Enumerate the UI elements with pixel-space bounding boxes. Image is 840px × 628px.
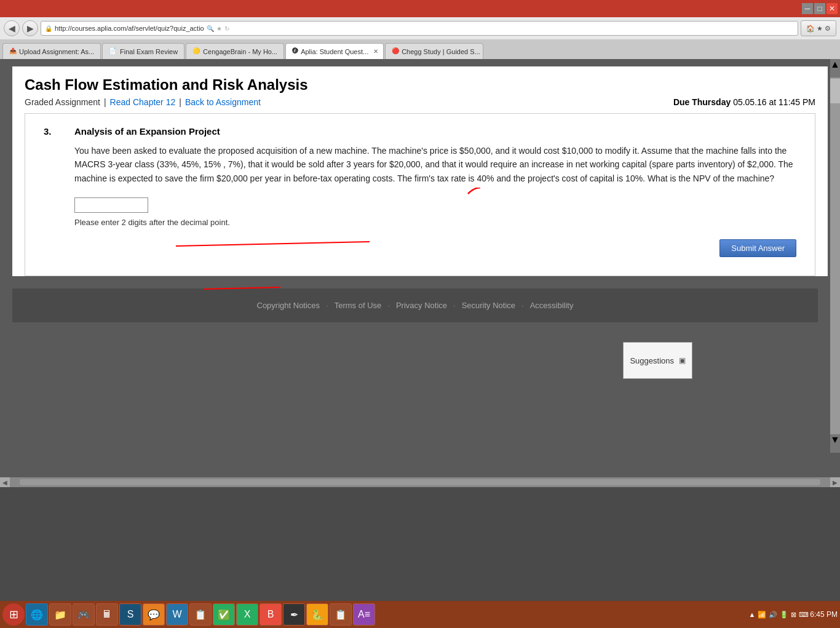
taskbar-time[interactable]: 6:45 PM bbox=[810, 610, 838, 620]
tab-label-aplia: Aplia: Student Quest... bbox=[301, 48, 368, 55]
taskbar-ie[interactable]: 🌐 bbox=[26, 603, 48, 626]
scrollbar-bottom[interactable]: ◀ ▶ bbox=[0, 477, 840, 487]
footer-sep-4: · bbox=[521, 301, 524, 310]
question-box: 3. Analysis of an Expansion Project You … bbox=[25, 113, 815, 276]
suggestions-label: Suggestions bbox=[630, 356, 674, 365]
due-date: 05.05.16 at 11:45 PM bbox=[733, 97, 815, 107]
minimize-button[interactable]: ─ bbox=[802, 3, 813, 14]
taskbar-game[interactable]: 🎮 bbox=[73, 603, 95, 626]
footer-area: Copyright Notices · Terms of Use · Priva… bbox=[12, 288, 818, 322]
tab-favicon-aplia: 🅐 bbox=[292, 47, 298, 56]
footer-sep-3: · bbox=[453, 301, 456, 310]
scrollbar-right[interactable]: ▲ ▼ bbox=[830, 59, 840, 453]
close-button[interactable]: ✕ bbox=[826, 3, 838, 14]
scrollbar-thumb-top[interactable]: ▲ bbox=[830, 59, 840, 78]
due-date-area: Due Thursday 05.05.16 at 11:45 PM bbox=[673, 97, 815, 107]
submit-row: Submit Answer bbox=[44, 239, 796, 257]
footer-privacy[interactable]: Privacy Notice bbox=[396, 301, 447, 310]
back-button[interactable]: ◀ bbox=[4, 20, 20, 36]
content-wrapper: Cash Flow Estimation and Risk Analysis G… bbox=[12, 66, 828, 276]
nav-bar: ◀ ▶ 🔒 http://courses.aplia.com/af/servle… bbox=[0, 17, 840, 39]
sys-battery-icon: 🔋 bbox=[780, 611, 788, 619]
tab-upload-assignment[interactable]: 📤 Upload Assignment: As... bbox=[2, 43, 101, 59]
sys-volume-icon[interactable]: 🔊 bbox=[769, 611, 777, 619]
answer-input[interactable] bbox=[74, 197, 148, 213]
address-refresh-icon: ↻ bbox=[224, 25, 229, 32]
maximize-button[interactable]: □ bbox=[814, 3, 825, 14]
taskbar: ⊞ 🌐 📁 🎮 🖩 S 💬 W 📋 ✅ X B ✒ 🐍 📋 A≡ ▲ 📶 🔊 🔋… bbox=[0, 601, 840, 628]
taskbar-excel[interactable]: X bbox=[236, 603, 258, 626]
tab-aplia-active[interactable]: 🅐 Aplia: Student Quest... ✕ bbox=[285, 43, 384, 59]
taskbar-sys-tray: ▲ 📶 🔊 🔋 ⊠ ⌨ bbox=[748, 611, 809, 619]
scrollbar-bottom-track bbox=[20, 479, 820, 485]
sys-wifi-icon: 📶 bbox=[758, 611, 766, 619]
read-chapter-link[interactable]: Read Chapter 12 bbox=[110, 97, 176, 107]
taskbar-calc[interactable]: 🖩 bbox=[96, 603, 118, 626]
tabs-bar: 📤 Upload Assignment: As... 📄 Final Exam … bbox=[0, 39, 840, 59]
taskbar-check[interactable]: ✅ bbox=[213, 603, 235, 626]
sys-expand-icon[interactable]: ▲ bbox=[748, 611, 755, 618]
answer-hint: Please enter 2 digits after the decimal … bbox=[74, 218, 796, 227]
taskbar-chat[interactable]: 💬 bbox=[143, 603, 165, 626]
tab-chegg[interactable]: 🔴 Chegg Study | Guided S... bbox=[385, 43, 483, 59]
tab-favicon-cengagebrain: 🟡 bbox=[192, 47, 200, 56]
question-body: You have been asked to evaluate the prop… bbox=[74, 144, 796, 185]
taskbar-b[interactable]: B bbox=[260, 603, 282, 626]
tab-label-upload: Upload Assignment: As... bbox=[19, 48, 94, 55]
forward-button[interactable]: ▶ bbox=[22, 20, 38, 36]
submit-answer-button[interactable]: Submit Answer bbox=[719, 239, 796, 257]
tab-cengagebrain[interactable]: 🟡 CengageBrain - My Ho... bbox=[186, 43, 284, 59]
subtitle-left: Graded Assignment | Read Chapter 12 | Ba… bbox=[25, 97, 261, 107]
page-title: Cash Flow Estimation and Risk Analysis bbox=[25, 76, 815, 93]
footer-terms[interactable]: Terms of Use bbox=[335, 301, 382, 310]
scrollbar-thumb[interactable] bbox=[830, 79, 840, 103]
separator-1: | bbox=[104, 97, 106, 107]
sys-keyboard-icon: ⌨ bbox=[799, 611, 809, 619]
question-number-row: 3. Analysis of an Expansion Project bbox=[44, 126, 796, 137]
start-button[interactable]: ⊞ bbox=[2, 603, 25, 626]
answer-area: Please enter 2 digits after the decimal … bbox=[74, 197, 796, 227]
suggestions-popup: Suggestions ▣ bbox=[623, 342, 692, 379]
footer-sep-1: · bbox=[326, 301, 328, 310]
taskbar-pen[interactable]: ✒ bbox=[283, 603, 305, 626]
assignment-type: Graded Assignment bbox=[25, 97, 100, 107]
footer-sep-2: · bbox=[387, 301, 390, 310]
taskbar-skype[interactable]: S bbox=[119, 603, 141, 626]
lock-icon: 🔒 bbox=[45, 25, 52, 32]
tab-label-chegg: Chegg Study | Guided S... bbox=[402, 48, 480, 55]
footer-accessibility[interactable]: Accessibility bbox=[530, 301, 574, 310]
tab-label-cengagebrain: CengageBrain - My Ho... bbox=[203, 48, 277, 55]
tab-favicon-chegg: 🔴 bbox=[392, 47, 399, 56]
scrollbar-thumb-bottom[interactable]: ▼ bbox=[830, 434, 840, 453]
page-subtitle: Graded Assignment | Read Chapter 12 | Ba… bbox=[25, 97, 815, 107]
tab-favicon-final: 📄 bbox=[109, 47, 117, 56]
address-text: http://courses.aplia.com/af/servlet/quiz… bbox=[55, 25, 204, 32]
taskbar-explorer[interactable]: 📁 bbox=[49, 603, 71, 626]
tab-close-aplia[interactable]: ✕ bbox=[373, 48, 378, 55]
back-to-assignment-link[interactable]: Back to Assignment bbox=[185, 97, 261, 107]
taskbar-word[interactable]: W bbox=[166, 603, 188, 626]
footer-copyright[interactable]: Copyright Notices bbox=[257, 301, 320, 310]
question-title: Analysis of an Expansion Project bbox=[74, 126, 220, 137]
question-num: 3. bbox=[44, 126, 62, 137]
title-bar: ─ □ ✕ bbox=[0, 0, 840, 17]
footer-links: Copyright Notices · Terms of Use · Priva… bbox=[25, 301, 806, 310]
scroll-left-arrow[interactable]: ◀ bbox=[0, 477, 10, 487]
separator-2: | bbox=[179, 97, 181, 107]
tab-final-exam[interactable]: 📄 Final Exam Review bbox=[102, 43, 184, 59]
time-display: 6:45 PM bbox=[810, 610, 838, 620]
suggestions-close-icon[interactable]: ▣ bbox=[679, 356, 686, 365]
address-bar[interactable]: 🔒 http://courses.aplia.com/af/servlet/qu… bbox=[41, 21, 798, 36]
taskbar-python[interactable]: 🐍 bbox=[306, 603, 328, 626]
taskbar-clipboard[interactable]: 📋 bbox=[330, 603, 352, 626]
due-label: Due Thursday bbox=[673, 97, 731, 107]
page-header: Cash Flow Estimation and Risk Analysis G… bbox=[12, 66, 828, 113]
taskbar-onenote[interactable]: 📋 bbox=[189, 603, 212, 626]
scroll-right-arrow[interactable]: ▶ bbox=[830, 477, 840, 487]
address-star-icon: ★ bbox=[216, 25, 222, 32]
taskbar-app[interactable]: A≡ bbox=[353, 603, 375, 626]
home-button[interactable]: 🏠 ★ ⚙ bbox=[801, 20, 836, 36]
footer-security[interactable]: Security Notice bbox=[462, 301, 515, 310]
page-area: ▲ ▼ Cash Flow Estimation and Risk Analys… bbox=[0, 59, 840, 477]
tab-label-final: Final Exam Review bbox=[120, 48, 178, 55]
